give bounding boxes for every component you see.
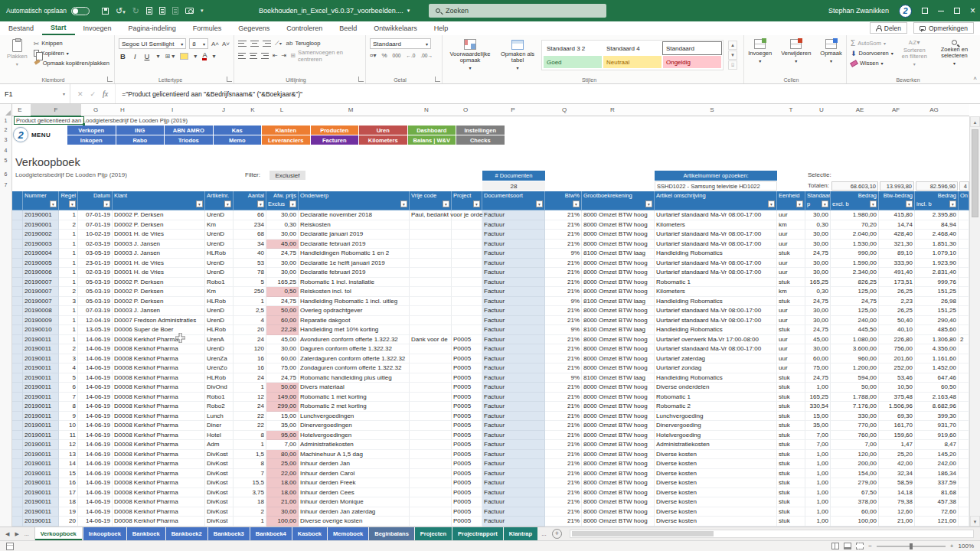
align-left-icon[interactable] [238, 53, 246, 59]
cell[interactable]: Lunchvergoeding [655, 412, 777, 422]
cell[interactable]: 1 [59, 230, 78, 240]
cell[interactable]: 186,34 [915, 469, 959, 479]
cell[interactable] [452, 287, 482, 297]
cell[interactable]: km [777, 287, 805, 297]
cell[interactable]: 16 [234, 364, 266, 373]
orientation-icon[interactable]: ⟋▾ [275, 40, 283, 47]
menu-button-abn-amro[interactable]: ABN AMRO [165, 126, 213, 135]
column-letter-s[interactable]: S [703, 104, 721, 116]
cell[interactable]: 20190011 [23, 450, 59, 460]
cell[interactable]: 14-06-19 [78, 412, 113, 422]
cell[interactable]: 21% [545, 478, 582, 488]
column-letter-e[interactable]: E [11, 104, 29, 116]
cell[interactable] [959, 364, 969, 373]
cell[interactable]: 0,50 [266, 287, 299, 297]
new-sheet-button[interactable]: + [552, 529, 562, 539]
quick-print-icon[interactable] [159, 7, 165, 15]
cell[interactable]: Reparatie dakgoot [299, 316, 410, 326]
cell[interactable]: D0002 P. Derksen [113, 297, 205, 307]
cell[interactable] [959, 297, 969, 307]
cell[interactable]: 22 [234, 421, 266, 431]
cell[interactable]: 20190011 [23, 478, 59, 488]
filter-button[interactable]: ▾ [822, 201, 828, 207]
cell[interactable]: P0005 [452, 469, 482, 479]
style-standaard-4[interactable]: Standaard 4 [603, 42, 662, 54]
cell[interactable]: 290,40 [915, 316, 959, 326]
cell[interactable] [410, 259, 452, 269]
cell[interactable]: Factuur [482, 440, 545, 450]
cell[interactable]: D0008 Kerkhof Pharma [113, 383, 205, 393]
filter-button[interactable]: ▾ [796, 201, 803, 207]
bold-button[interactable]: B [119, 52, 127, 60]
cell[interactable]: P0005 [452, 364, 482, 373]
cell[interactable]: Factuur [482, 316, 545, 326]
cell[interactable]: D0008 Kerkhof Pharma [113, 412, 205, 422]
cell[interactable]: 12 [59, 440, 78, 450]
cell[interactable] [959, 249, 969, 259]
cell[interactable] [959, 230, 969, 240]
cell[interactable]: 25,00 [266, 459, 299, 469]
cell[interactable]: 491,40 [879, 268, 915, 278]
cell[interactable] [410, 373, 452, 383]
column-letter-t[interactable]: T [782, 104, 800, 116]
cell[interactable]: 125,00 [831, 306, 879, 316]
cell[interactable]: 60,50 [915, 383, 959, 393]
grow-font-icon[interactable]: A˄ [211, 41, 219, 47]
cell[interactable]: 2 [959, 335, 969, 345]
cell[interactable]: P0005 [452, 478, 482, 488]
cell[interactable] [959, 373, 969, 383]
cell[interactable]: 7,00 [831, 440, 879, 450]
cell[interactable] [12, 287, 23, 297]
cell[interactable] [959, 383, 969, 393]
cell[interactable] [452, 259, 482, 269]
cell[interactable]: 22,28 [266, 325, 299, 335]
cell[interactable] [12, 488, 23, 498]
cell[interactable]: Factuur [482, 259, 545, 269]
row-number[interactable]: 4 [0, 145, 11, 155]
cell[interactable]: P0005 [452, 507, 482, 517]
ribbon-tab-start[interactable]: Start [42, 21, 75, 35]
thousands-icon[interactable]: 000 [393, 53, 401, 58]
ribbon-tab-help[interactable]: Help [426, 21, 457, 35]
cell[interactable]: 30,00 [805, 316, 831, 326]
cell[interactable] [410, 412, 452, 422]
cell[interactable]: 8000 Omzet BTW hoog [582, 402, 655, 412]
cell[interactable]: 8,47 [915, 440, 959, 450]
cell[interactable]: 8000 Omzet BTW hoog [582, 306, 655, 316]
cell[interactable]: D0002 P. Derksen [113, 287, 205, 297]
cell[interactable]: 14-06-19 [78, 497, 113, 507]
cell[interactable]: 80,00 [266, 450, 299, 460]
cell[interactable]: 485,60 [915, 325, 959, 335]
cell[interactable]: UrenD [205, 259, 234, 269]
cell[interactable]: 240,00 [831, 316, 879, 326]
cell[interactable]: Factuur [482, 507, 545, 517]
cell[interactable]: 75,00 [805, 364, 831, 373]
cell[interactable]: 14 [59, 459, 78, 469]
cell[interactable]: 13-05-19 [78, 325, 113, 335]
cell[interactable]: 8000 Omzet BTW hoog [582, 335, 655, 345]
cell[interactable]: 7 [234, 469, 266, 479]
cell[interactable]: 931,70 [915, 421, 959, 431]
cell[interactable]: stuk [777, 412, 805, 422]
cell[interactable]: 1.080,00 [831, 335, 879, 345]
cell[interactable]: 7,00 [266, 440, 299, 450]
cell[interactable]: 22 [234, 412, 266, 422]
cell[interactable]: 24 [234, 373, 266, 383]
zoom-in-icon[interactable]: + [950, 543, 954, 549]
cell[interactable]: D0008 Kerkhof Pharma [113, 393, 205, 403]
cell[interactable]: Diverse overige kosten [299, 517, 410, 527]
cell[interactable]: 200,00 [831, 459, 879, 469]
delete-cells-button[interactable]: Verwijderen▾ [778, 38, 814, 65]
cell[interactable]: Uurtarief zaterdag [655, 354, 777, 364]
increase-indent-icon[interactable]: ⇥ [282, 52, 287, 59]
cell[interactable]: 07-03-19 [78, 306, 113, 316]
cell[interactable]: uur [777, 316, 805, 326]
cell[interactable]: 20190011 [23, 393, 59, 403]
menu-button-leveranciers[interactable]: Leveranciers [262, 135, 310, 145]
cell[interactable]: 8000 Omzet BTW hoog [582, 412, 655, 422]
cell[interactable]: 8100 Omzet BTW laag [582, 325, 655, 335]
menu-button-uren[interactable]: Uren [359, 126, 407, 135]
cell[interactable]: stuk [777, 393, 805, 403]
cell[interactable]: Diverse kosten [655, 517, 777, 527]
ribbon-tab-ontwikkelaars[interactable]: Ontwikkelaars [365, 21, 426, 35]
